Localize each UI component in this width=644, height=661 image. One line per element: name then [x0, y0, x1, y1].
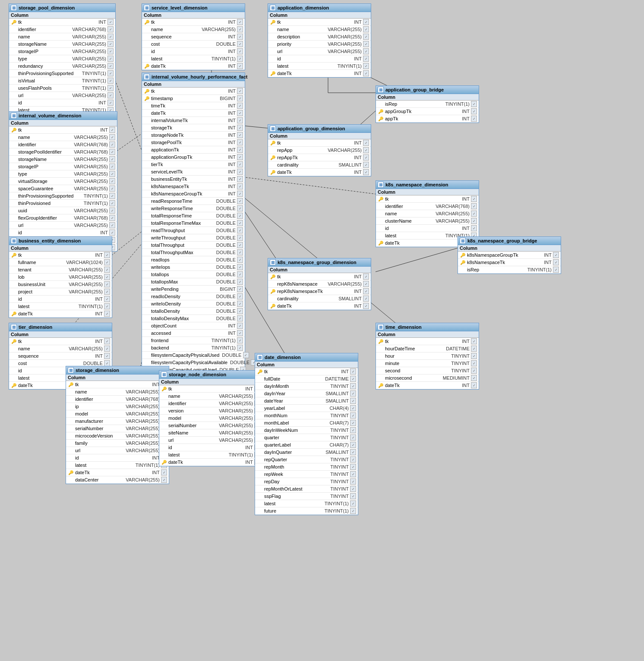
table-k8s-namespace-group-dimension[interactable]: ▦ k8s_namespace_group_dimension Column 🔑… — [268, 258, 371, 310]
table-header: ▦ k8s_namespace_dimension — [376, 181, 479, 189]
table-row: applicationTkINT✓ — [142, 146, 245, 154]
table-title: business_entity_dimension — [19, 238, 81, 243]
table-time-dimension[interactable]: ▦ time_dimension Column 🔑tkINT✓ hourDate… — [376, 323, 479, 390]
table-row: latestTINYINT(1)✓ — [255, 500, 358, 507]
table-business-entity-dimension[interactable]: ▦ business_entity_dimension Column 🔑tkIN… — [9, 236, 112, 318]
table-title: date_dimension — [265, 355, 301, 360]
table-row: readResponseTimeDOUBLE✓ — [142, 198, 245, 205]
table-internal-volume-dimension[interactable]: ▦ internal_volume_dimension Column 🔑tkIN… — [9, 111, 117, 252]
table-row: latestTINYINT(1)✓ — [66, 462, 169, 469]
table-header: ▦ internal_volume_hourly_performance_fac… — [142, 73, 245, 81]
table-row: identifierVARCHAR(768)✓ — [9, 26, 115, 33]
table-title: storage_pool_dimension — [19, 5, 75, 10]
table-title: k8s_namespace_group_dimension — [278, 260, 357, 265]
table-row: totalResponseTimeDOUBLE✓ — [142, 212, 245, 220]
table-row: modelVARCHAR(255)✓ — [66, 410, 169, 418]
table-title: application_dimension — [278, 5, 329, 10]
table-service-level-dimension[interactable]: ▦ service_level_dimension Column 🔑tkINT✓… — [142, 3, 245, 70]
table-row: usesFlashPoolsTINYINT(1)✓ — [9, 85, 115, 92]
table-row: timeTkINT✓ — [142, 102, 245, 110]
table-row: quarterLabelCHAR(7)✓ — [255, 441, 358, 449]
table-row: 🔑dateTkINT✓ — [376, 382, 479, 389]
table-storage-pool-dimension[interactable]: ▦ storage_pool_dimension Column 🔑 tk INT… — [9, 3, 116, 122]
table-k8s-namespace-group-bridge[interactable]: ▦ k8s_namespace_group_bridge Column 🔑k8s… — [458, 236, 561, 274]
table-row: writePendingBIGINT✓ — [142, 286, 245, 293]
table-storage-node-dimension[interactable]: ▦ storage_node_dimension Column 🔑tkINT✓ … — [159, 370, 262, 466]
table-row: idINT✓ — [268, 55, 371, 63]
table-row: urlVARCHAR(255)✓ — [9, 92, 115, 99]
table-row: storageTkINT✓ — [142, 124, 245, 132]
col-header: Column — [9, 12, 115, 19]
table-row: repK8sNamespaceVARCHAR(255)✓ — [268, 280, 371, 288]
table-row: idINT✓ — [159, 444, 262, 451]
table-icon: ▦ — [11, 5, 17, 11]
table-row: dateYearSMALLINT✓ — [255, 397, 358, 405]
table-title: k8s_namespace_dimension — [385, 182, 448, 187]
table-row: 🔑tkINT✓ — [268, 139, 371, 147]
table-row: nameVARCHAR(255)✓ — [159, 393, 262, 400]
table-row: idINT✓ — [66, 454, 169, 462]
table-row: 🔑dateTkINT✓ — [9, 310, 112, 318]
table-row: businessUnitVARCHAR(255)✓ — [9, 281, 112, 288]
table-application-group-bridge[interactable]: ▦ application_group_bridge Column isRepT… — [376, 85, 479, 123]
table-row: 🔑 tk INT ✓ — [9, 19, 115, 26]
table-row: storageNodeTkINT✓ — [142, 132, 245, 139]
table-row: filesystemCapacityPhysicalAvailableDOUBL… — [142, 359, 245, 366]
table-internal-volume-hourly-performance-fact[interactable]: ▦ internal_volume_hourly_performance_fac… — [142, 72, 245, 389]
table-row: nameVARCHAR(255)✓ — [376, 210, 479, 217]
table-title: application_group_bridge — [385, 87, 444, 92]
table-date-dimension[interactable]: ▦ date_dimension Column 🔑tkINT✓ fullDate… — [255, 353, 358, 515]
table-application-dimension[interactable]: ▦ application_dimension Column 🔑tkINT✓ n… — [268, 3, 371, 78]
table-row: writeResponseTimeDOUBLE✓ — [142, 205, 245, 212]
table-row: urlVARCHAR(255)✓ — [9, 222, 117, 229]
table-row: 🔑k8sNamespaceTkINT✓ — [458, 259, 561, 266]
table-title: application_group_dimension — [278, 126, 345, 131]
table-row: dataCenterVARCHAR(255)✓ — [66, 476, 169, 484]
table-header: ▦ storage_dimension — [66, 366, 169, 375]
table-row: idINT✓ — [9, 99, 115, 107]
table-row: microsecondMEDIUMINT✓ — [376, 375, 479, 382]
table-row: identifierVARCHAR(255)✓ — [159, 400, 262, 407]
table-row: 🔑dateTkINT✓ — [268, 302, 371, 310]
table-row: totalResponseTimeMaxDOUBLE✓ — [142, 220, 245, 227]
table-row: familyVARCHAR(255)✓ — [66, 440, 169, 447]
table-row: serialNumberVARCHAR(255)✓ — [159, 422, 262, 429]
table-row: monthLabelCHAR(7)✓ — [255, 419, 358, 427]
table-row: nameVARCHAR(255)✓ — [268, 26, 371, 33]
table-row: 🔑appGroupTkINT✓ — [376, 108, 479, 115]
table-header: ▦ k8s_namespace_group_dimension — [268, 258, 371, 267]
table-row: monthNumTINYINT✓ — [255, 412, 358, 419]
table-row: repQuarterTINYINT✓ — [255, 456, 358, 463]
table-row: totalThroughputMaxDOUBLE✓ — [142, 249, 245, 256]
table-row: totalThroughputDOUBLE✓ — [142, 242, 245, 249]
table-row: secondTINYINT✓ — [376, 367, 479, 375]
table-row: tenantVARCHAR(255)✓ — [9, 266, 112, 274]
table-row: futureTINYINT(1)✓ — [255, 507, 358, 515]
table-row: dayInQuarterSMALLINT✓ — [255, 449, 358, 456]
table-row: 🔑dateTkINT✓ — [66, 469, 169, 476]
table-row: fullnameVARCHAR(1024)✓ — [9, 259, 112, 266]
table-row: repWeekTINYINT✓ — [255, 471, 358, 478]
table-row: 🔑tkINT✓ — [142, 88, 245, 95]
table-title: tier_dimension — [19, 324, 52, 330]
table-title: k8s_namespace_group_bridge — [467, 238, 537, 243]
table-row: totalIopsDOUBLE✓ — [142, 271, 245, 278]
table-storage-dimension[interactable]: ▦ storage_dimension Column 🔑tkINT✓ nameV… — [66, 366, 169, 484]
table-row: ipVARCHAR(255)✓ — [66, 403, 169, 410]
table-row: filesystemCapacityPhysicalUsedDOUBLE✓ — [142, 352, 245, 359]
table-row: hourDateTimeDATETIME✓ — [376, 345, 479, 353]
table-row: manufacturerVARCHAR(255)✓ — [66, 418, 169, 425]
table-row: identifierVARCHAR(768)✓ — [376, 203, 479, 210]
table-row: applicationGroupTkINT✓ — [142, 154, 245, 161]
table-row: objectCountINT✓ — [142, 322, 245, 330]
table-row: latestTINYINT(1)✓ — [159, 451, 262, 459]
table-header: ▦ k8s_namespace_group_bridge — [458, 237, 561, 245]
table-row: readIopsDOUBLE✓ — [142, 256, 245, 264]
svg-line-7 — [376, 248, 458, 272]
table-row: urlVARCHAR(255)✓ — [268, 48, 371, 55]
table-row: thinProvisioningSupportedTINYINT(1)✓ — [9, 192, 117, 200]
table-row: identifierVARCHAR(768)✓ — [66, 396, 169, 403]
table-row: isVirtualTINYINT(1)✓ — [9, 77, 115, 85]
table-row: storageIPVARCHAR(255)✓ — [9, 163, 117, 170]
table-application-group-dimension[interactable]: ▦ application_group_dimension Column 🔑tk… — [268, 124, 371, 176]
